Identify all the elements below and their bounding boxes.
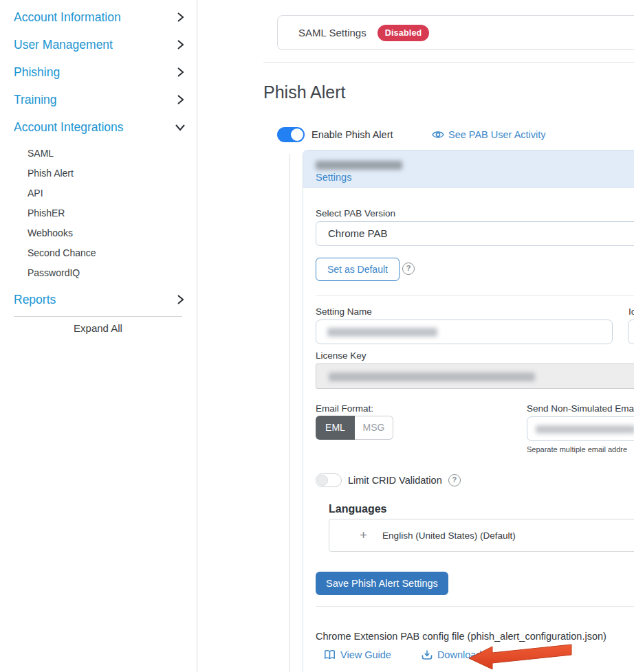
sidebar-item-label: User Management — [14, 38, 113, 52]
plus-icon[interactable]: + — [360, 528, 367, 543]
sidebar-item-account-integrations[interactable]: Account Integrations — [14, 117, 186, 137]
sidebar-item-user-management[interactable]: User Management — [14, 35, 186, 54]
panel-divider — [316, 606, 634, 607]
license-key-input-disabled — [316, 363, 634, 389]
languages-heading: Languages — [329, 503, 386, 515]
sidebar-item-label: Account Integrations — [14, 120, 124, 135]
toggle-knob — [317, 475, 328, 486]
sidebar-subitem-phisher[interactable]: PhishER — [28, 206, 65, 220]
sidebar-item-label: Training — [14, 93, 57, 107]
sidebar-subitem-api[interactable]: API — [28, 186, 43, 200]
section-divider — [263, 62, 634, 63]
sidebar-divider — [14, 316, 182, 317]
sidebar-item-label: Phishing — [14, 65, 60, 80]
sidebar-subitem-label: Second Chance — [28, 247, 96, 258]
limit-crid-validation-row: Limit CRID Validation ? — [316, 473, 461, 487]
view-guide-link[interactable]: View Guide — [324, 649, 391, 660]
config-file-text: Chrome Extension PAB config file (phish_… — [316, 631, 606, 642]
sidebar-subitem-second-chance[interactable]: Second Chance — [28, 246, 96, 260]
settings-tab-link[interactable]: Settings — [316, 172, 351, 183]
separate-emails-hint-truncated: Separate multiple email addre — [527, 445, 627, 453]
select-pab-version-label: Select PAB Version — [316, 208, 395, 219]
setting-name-input[interactable] — [316, 320, 613, 344]
icon-field-label-truncated: Ic — [628, 306, 634, 317]
sidebar-subitem-saml[interactable]: SAML — [28, 146, 54, 160]
download-icon — [422, 649, 433, 660]
config-links-row: View Guide Download — [324, 649, 481, 660]
saml-settings-title: SAML Settings — [298, 27, 367, 38]
sidebar-nav: Account Information User Management Phis… — [0, 0, 197, 672]
email-format-eml-button[interactable]: EML — [316, 416, 355, 440]
panel-divider — [316, 295, 634, 296]
enable-phish-alert-label: Enable Phish Alert — [311, 129, 393, 140]
help-question-icon[interactable]: ? — [402, 262, 415, 275]
language-list-item[interactable]: + English (United States) (Default) — [329, 519, 634, 552]
help-question-icon[interactable]: ? — [448, 474, 461, 486]
phish-alert-settings-panel: Settings Select PAB Version Chrome PAB S… — [303, 150, 634, 672]
redacted-license-key-value — [329, 372, 535, 381]
chevron-right-icon — [175, 39, 186, 50]
limit-crid-validation-label: Limit CRID Validation — [348, 475, 442, 486]
sidebar-subitem-webhooks[interactable]: Webhooks — [28, 226, 73, 240]
book-icon — [324, 649, 336, 660]
see-pab-user-activity-label: See PAB User Activity — [448, 129, 546, 140]
expand-all-button[interactable]: Expand All — [14, 322, 182, 334]
sidebar-item-account-information[interactable]: Account Information — [14, 8, 186, 27]
sidebar-subitem-label: SAML — [28, 148, 54, 159]
enable-phish-alert-row: Enable Phish Alert — [277, 127, 393, 142]
sidebar-item-label: Reports — [14, 293, 56, 307]
view-guide-label: View Guide — [340, 649, 391, 660]
email-format-label: Email Format: — [316, 403, 373, 414]
set-as-default-button[interactable]: Set as Default — [316, 258, 400, 281]
sidebar-subitem-label: PhishER — [28, 208, 65, 219]
icon-field-input[interactable] — [628, 320, 634, 344]
sidebar-item-phishing[interactable]: Phishing — [14, 63, 186, 82]
send-non-simulated-label-truncated: Send Non-Simulated Ema — [527, 403, 634, 414]
see-pab-user-activity-link[interactable]: See PAB User Activity — [432, 129, 546, 140]
email-format-msg-button[interactable]: MSG — [355, 416, 393, 440]
page-title: Phish Alert — [263, 82, 346, 102]
toggle-knob — [291, 128, 303, 141]
annotation-arrow-pointing-at-download — [468, 641, 575, 672]
save-phish-alert-settings-button[interactable]: Save Phish Alert Settings — [316, 572, 448, 595]
chevron-right-icon — [175, 12, 186, 23]
limit-crid-validation-toggle[interactable] — [316, 473, 342, 487]
send-non-simulated-email-input[interactable] — [527, 416, 634, 441]
sidebar-item-label: Account Information — [14, 10, 121, 25]
status-badge: Disabled — [378, 25, 430, 41]
sidebar-item-training[interactable]: Training — [14, 90, 186, 109]
pab-version-selected-value: Chrome PAB — [328, 227, 387, 239]
sidebar-subitem-label: Phish Alert — [28, 168, 74, 179]
sidebar-subitem-passwordiq[interactable]: PasswordIQ — [28, 266, 80, 280]
setting-name-label: Setting Name — [316, 306, 372, 317]
sidebar-subitem-label: PasswordIQ — [28, 267, 80, 278]
download-link[interactable]: Download — [422, 649, 482, 660]
sidebar-item-reports[interactable]: Reports — [14, 290, 186, 309]
chevron-right-icon — [175, 294, 186, 305]
language-item-label: English (United States) (Default) — [382, 530, 516, 541]
eye-icon — [432, 130, 444, 139]
sidebar-subitem-phish-alert[interactable]: Phish Alert — [28, 166, 74, 180]
redacted-email-value — [536, 425, 634, 434]
pab-version-select[interactable]: Chrome PAB — [316, 221, 634, 246]
download-label: Download — [437, 649, 482, 660]
chevron-right-icon — [175, 67, 186, 78]
email-format-button-group: EML MSG — [316, 416, 393, 440]
sidebar-subitem-label: API — [28, 188, 43, 199]
indent-guide-line — [289, 154, 290, 672]
license-key-label: License Key — [316, 350, 367, 361]
chevron-down-icon — [175, 122, 186, 133]
sidebar-subitem-label: Webhooks — [28, 227, 73, 238]
panel-header: Settings — [303, 150, 634, 188]
saml-settings-card: SAML Settings Disabled — [277, 15, 634, 50]
chevron-right-icon — [175, 94, 186, 105]
enable-phish-alert-toggle[interactable] — [277, 127, 305, 142]
redacted-account-name — [316, 161, 402, 170]
redacted-setting-name-value — [327, 328, 437, 337]
